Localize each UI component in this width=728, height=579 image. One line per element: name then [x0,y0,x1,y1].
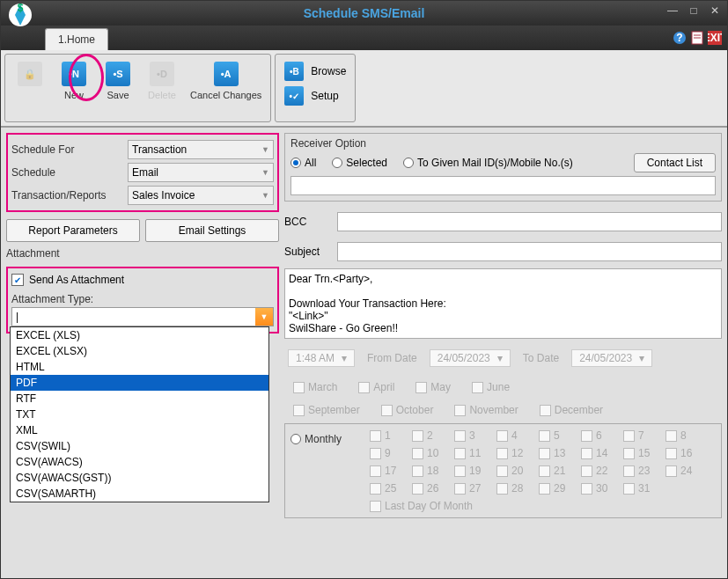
day-checkbox[interactable]: 18 [412,465,451,477]
schedule-select[interactable]: Email▼ [128,163,274,182]
day-checkbox[interactable]: 2 [412,429,451,442]
month-april[interactable]: April [358,381,394,393]
email-body-textarea[interactable] [284,268,722,339]
day-checkbox[interactable]: 26 [412,482,451,495]
exit-icon[interactable]: EXIT [708,31,722,45]
day-checkbox[interactable]: 25 [370,482,408,495]
day-checkbox[interactable]: 28 [496,482,535,495]
schedule-for-select[interactable]: Transaction▼ [128,140,274,159]
monthly-radio[interactable]: Monthly [290,433,361,445]
cancel-button[interactable]: •A Cancel Changes [190,62,261,100]
day-checkbox[interactable]: 11 [454,447,493,459]
month-september[interactable]: September [293,404,360,416]
day-checkbox[interactable]: 6 [581,429,620,442]
month-october[interactable]: October [381,404,434,416]
dropdown-option[interactable]: CSV(SWIL) [11,438,268,454]
day-checkbox[interactable]: 9 [370,447,408,459]
month-november[interactable]: November [454,404,518,416]
day-checkbox[interactable]: 17 [370,465,408,477]
receiver-selected-radio[interactable]: Selected [332,157,387,169]
from-date-label: From Date [367,352,417,364]
day-checkbox[interactable]: 19 [454,465,493,477]
day-checkbox[interactable]: 31 [623,482,662,495]
receiver-input[interactable] [290,176,716,195]
day-checkbox[interactable]: 7 [623,429,662,442]
time-field[interactable]: 1:48 AM▾ [288,349,355,367]
tab-home[interactable]: 1.Home [45,28,108,50]
day-checkbox[interactable]: 22 [581,465,620,477]
day-checkbox[interactable]: 16 [665,447,704,459]
dropdown-option[interactable]: TXT [11,407,268,422]
chevron-down-icon: ▾ [342,352,347,364]
day-checkbox[interactable]: 12 [496,447,535,459]
day-checkbox[interactable]: 5 [539,429,577,442]
attachment-type-dropdown[interactable]: EXCEL (XLS)EXCEL (XLSX)HTMLPDFRTFTXTXMLC… [10,326,269,502]
email-settings-button[interactable]: Email Settings [145,219,279,242]
dropdown-option[interactable]: RTF [11,391,268,407]
dropdown-option[interactable]: CSV(AWACS(GST)) [11,470,268,486]
document-icon[interactable] [690,31,704,45]
to-date-field[interactable]: 24/05/2023▾ [571,349,652,367]
minimize-icon[interactable]: — [665,4,680,17]
chevron-down-icon: ▾ [639,352,644,364]
browse-button[interactable]: •B Browse [284,62,346,81]
dropdown-option[interactable]: EXCEL (XLSX) [11,343,268,359]
receiver-all-radio[interactable]: All [290,157,316,169]
transaction-reports-label: Transaction/Reports [11,189,126,202]
bcc-label: BCC [284,216,327,228]
day-checkbox[interactable]: 21 [539,465,577,477]
day-checkbox[interactable]: 1 [370,429,408,442]
day-checkbox[interactable]: 14 [581,447,620,459]
month-may[interactable]: May [415,381,451,393]
dropdown-option[interactable]: PDF [11,375,268,391]
dropdown-option[interactable]: XML [11,422,268,438]
from-date-field[interactable]: 24/05/2023▾ [430,349,511,367]
receiver-given-radio[interactable]: To Given Mail ID(s)/Mobile No.(s) [403,157,573,169]
contact-list-button[interactable]: Contact List [634,153,716,172]
day-checkbox[interactable]: 29 [539,482,577,495]
day-checkbox[interactable]: 15 [623,447,662,459]
day-checkbox[interactable]: 30 [581,482,620,495]
maximize-icon[interactable]: □ [687,4,701,17]
help-icon[interactable]: ? [673,31,687,45]
transaction-reports-select[interactable]: Sales Invoice▼ [128,186,274,205]
setup-button[interactable]: •✓ Setup [284,86,338,106]
report-parameters-button[interactable]: Report Parameters [6,219,140,242]
day-checkbox[interactable]: 27 [454,482,493,495]
month-march[interactable]: March [293,381,337,393]
day-checkbox[interactable]: 3 [454,429,493,442]
title-bar: Schedule SMS/Email — □ ✕ [1,1,727,26]
to-date-label: To Date [523,352,559,364]
dropdown-option[interactable]: EXCEL (XLS) [11,327,268,343]
chevron-down-icon: ▼ [261,168,269,177]
attachment-type-input[interactable]: | [12,308,255,326]
save-button[interactable]: •S Save [102,62,134,100]
day-checkbox[interactable]: 8 [665,429,704,442]
subject-input[interactable] [337,242,722,261]
svg-text:EXIT: EXIT [708,32,722,44]
dropdown-option[interactable]: HTML [11,359,268,375]
combo-dropdown-button[interactable]: ▼ [255,308,273,326]
day-checkbox[interactable]: 10 [412,447,451,459]
month-row-1: March April May June [284,377,722,397]
browse-icon: •B [284,62,304,81]
dropdown-option[interactable]: CSV(SAMARTH) [11,486,268,502]
day-checkbox[interactable]: 23 [623,465,662,477]
close-icon[interactable]: ✕ [708,4,722,17]
month-december[interactable]: December [540,404,603,416]
schedule-label: Schedule [11,166,126,179]
chevron-down-icon: ▾ [497,352,503,364]
last-day-checkbox[interactable]: Last Day Of Month [370,500,473,512]
new-button[interactable]: •N New [58,62,90,100]
recurrence-panel: Monthly 12345678910111213141516171819202… [284,423,722,518]
month-june[interactable]: June [472,381,510,393]
day-checkbox[interactable]: 13 [539,447,577,459]
bcc-input[interactable] [337,212,722,231]
day-checkbox[interactable]: 4 [496,429,535,442]
day-checkbox[interactable]: 24 [665,465,704,477]
dropdown-option[interactable]: CSV(AWACS) [11,454,268,470]
attachment-type-combo[interactable]: | ▼ [11,307,274,326]
send-as-attachment-checkbox[interactable]: ✔ [11,274,24,286]
day-checkbox[interactable]: 20 [496,465,535,477]
toolbar: 🔒 •N New •S Save •D Delete •A Cancel Cha… [1,50,727,128]
